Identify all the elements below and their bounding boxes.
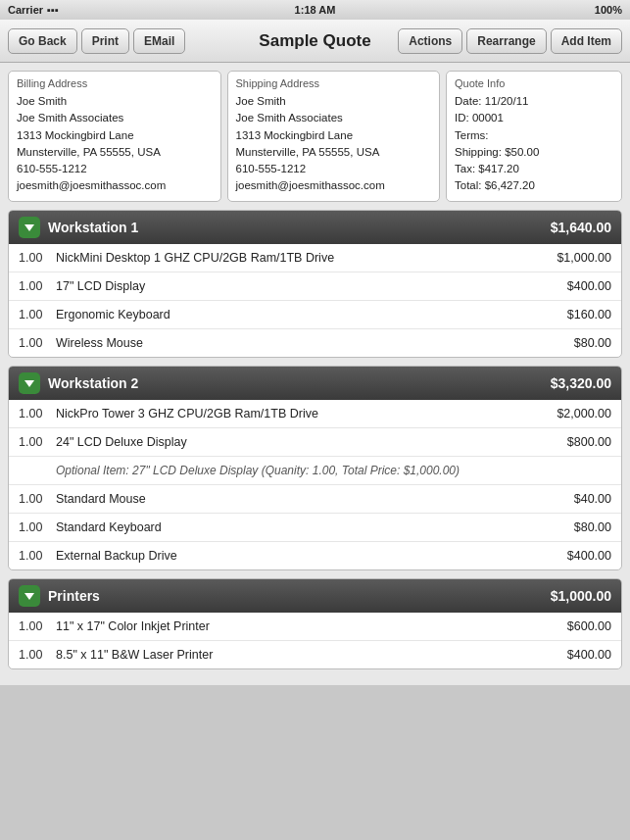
line-qty-0-1: 1.00 [19,279,56,293]
email-button[interactable]: EMail [133,28,185,54]
line-price-0-1: $400.00 [533,279,611,293]
page-title: Sample Quote [259,31,370,51]
section-arrow-0 [19,217,40,238]
line-item-2-1[interactable]: 1.008.5" x 11" B&W Laser Printer$400.00 [9,641,621,668]
line-desc-0-2: Ergonomic Keyboard [56,308,533,321]
section-1: Workstation 2$3,320.001.00NickPro Tower … [8,366,622,571]
line-desc-0-3: Wireless Mouse [56,336,533,350]
quote-info-body: Date: 11/20/11ID: 00001Terms:Shipping: $… [455,93,613,195]
status-time: 1:18 AM [295,4,336,16]
line-optional-1-1: Optional Item: 27" LCD Deluxe Display (Q… [9,457,621,486]
line-item-0-3[interactable]: 1.00Wireless Mouse$80.00 [9,329,621,357]
toolbar: Go Back Print EMail Sample Quote Actions… [0,20,630,63]
content-area: Billing Address Joe SmithJoe Smith Assoc… [0,63,630,685]
line-item-1-3[interactable]: 1.00Standard Keyboard$80.00 [9,514,621,542]
line-desc-0-1: 17" LCD Display [56,279,533,293]
actions-button[interactable]: Actions [398,28,462,54]
billing-address-body: Joe SmithJoe Smith Associates1313 Mockin… [17,93,213,195]
sections-container: Workstation 1$1,640.001.00NickMini Deskt… [8,210,622,670]
svg-marker-1 [24,380,34,387]
line-desc-1-4: External Backup Drive [56,549,533,563]
section-name-0: Workstation 1 [48,220,543,235]
line-qty-1-3: 1.00 [19,520,56,534]
line-qty-1-4: 1.00 [19,549,56,563]
line-price-1-1: $800.00 [533,435,611,449]
line-desc-2-1: 8.5" x 11" B&W Laser Printer [56,648,533,662]
quote-info-card: Quote Info Date: 11/20/11ID: 00001Terms:… [446,71,622,202]
line-price-1-2: $40.00 [533,492,611,506]
status-bar: Carrier ▪▪▪ 1:18 AM 100% [0,0,630,20]
section-header-2[interactable]: Printers$1,000.00 [9,579,621,613]
line-price-0-0: $1,000.00 [533,251,611,265]
status-left: Carrier ▪▪▪ [8,4,59,16]
rearrange-button[interactable]: Rearrange [466,28,546,54]
shipping-address-body: Joe SmithJoe Smith Associates1313 Mockin… [236,93,432,195]
section-header-1[interactable]: Workstation 2$3,320.00 [9,367,621,400]
add-item-button[interactable]: Add Item [551,28,622,54]
line-price-1-4: $400.00 [533,549,611,563]
address-row: Billing Address Joe SmithJoe Smith Assoc… [8,71,622,202]
quote-info-title: Quote Info [455,77,613,89]
carrier-label: Carrier [8,4,43,16]
line-item-0-1[interactable]: 1.0017" LCD Display$400.00 [9,272,621,301]
line-item-1-1[interactable]: 1.0024" LCD Deluxe Display$800.00 [9,428,621,457]
section-name-2: Printers [48,588,543,604]
line-qty-0-3: 1.00 [19,336,56,350]
go-back-button[interactable]: Go Back [8,28,77,54]
billing-address-card: Billing Address Joe SmithJoe Smith Assoc… [8,71,221,202]
line-item-2-0[interactable]: 1.0011" x 17" Color Inkjet Printer$600.0… [9,613,621,641]
shipping-address-title: Shipping Address [236,77,432,89]
section-total-0: $1,640.00 [551,220,611,235]
line-qty-0-2: 1.00 [19,308,56,321]
line-item-0-2[interactable]: 1.00Ergonomic Keyboard$160.00 [9,301,621,329]
section-name-1: Workstation 2 [48,375,543,391]
battery-label: 100% [595,4,622,16]
svg-marker-2 [24,593,34,600]
line-item-0-0[interactable]: 1.00NickMini Desktop 1 GHZ CPU/2GB Ram/1… [9,244,621,272]
line-item-1-0[interactable]: 1.00NickPro Tower 3 GHZ CPU/2GB Ram/1TB … [9,400,621,428]
wifi-icon: ▪▪▪ [47,4,59,16]
line-desc-1-3: Standard Keyboard [56,520,533,534]
section-2: Printers$1,000.001.0011" x 17" Color Ink… [8,578,622,669]
line-desc-1-2: Standard Mouse [56,492,533,506]
section-arrow-2 [19,585,40,607]
svg-marker-0 [24,224,34,231]
line-qty-0-0: 1.00 [19,251,56,265]
line-price-0-2: $160.00 [533,308,611,321]
status-right: 100% [595,4,622,16]
shipping-address-card: Shipping Address Joe SmithJoe Smith Asso… [227,71,441,202]
section-total-1: $3,320.00 [551,375,611,391]
line-desc-0-0: NickMini Desktop 1 GHZ CPU/2GB Ram/1TB D… [56,251,533,265]
billing-address-title: Billing Address [17,77,213,89]
line-desc-1-1: 24" LCD Deluxe Display [56,435,533,449]
section-total-2: $1,000.00 [551,588,611,604]
line-item-1-4[interactable]: 1.00External Backup Drive$400.00 [9,542,621,569]
line-qty-2-0: 1.00 [19,619,56,633]
line-price-2-0: $600.00 [533,619,611,633]
line-price-2-1: $400.00 [533,648,611,662]
section-arrow-1 [19,372,40,394]
line-qty-1-2: 1.00 [19,492,56,506]
line-price-0-3: $80.00 [533,336,611,350]
print-button[interactable]: Print [81,28,129,54]
line-price-1-3: $80.00 [533,520,611,534]
line-desc-2-0: 11" x 17" Color Inkjet Printer [56,619,533,633]
line-price-1-0: $2,000.00 [533,407,611,420]
line-qty-1-1: 1.00 [19,435,56,449]
section-header-0[interactable]: Workstation 1$1,640.00 [9,211,621,244]
line-qty-1-0: 1.00 [19,407,56,420]
line-desc-1-0: NickPro Tower 3 GHZ CPU/2GB Ram/1TB Driv… [56,407,533,420]
toolbar-left: Go Back Print EMail [8,28,185,54]
line-item-1-2[interactable]: 1.00Standard Mouse$40.00 [9,485,621,514]
line-qty-2-1: 1.00 [19,648,56,662]
toolbar-right: Actions Rearrange Add Item [398,28,622,54]
section-0: Workstation 1$1,640.001.00NickMini Deskt… [8,210,622,358]
